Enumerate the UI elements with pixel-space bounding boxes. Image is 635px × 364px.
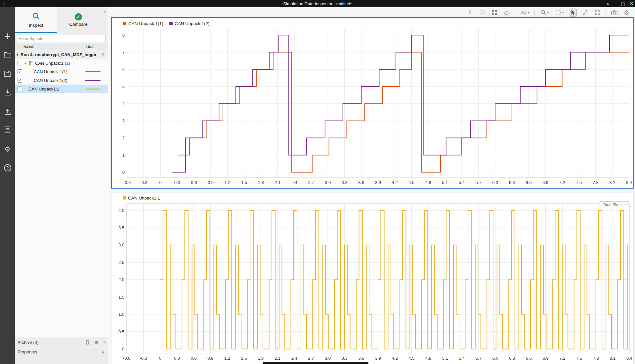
svg-text:8.1: 8.1 [610,356,615,361]
bottom-chart-canvas[interactable]: -0.6-0.300.30.60.91.21.51.82.12.42.73.03… [111,201,633,364]
signal-row[interactable]: ✓ CAN Unpack:1(2) [15,76,108,85]
svg-text:1.5: 1.5 [118,295,124,300]
fit-to-view-button[interactable] [593,9,601,17]
export-button[interactable] [3,107,12,117]
svg-text:5.7: 5.7 [476,180,482,185]
subplot-layout-button[interactable] [490,9,498,17]
attach-button[interactable] [466,9,474,17]
signal-count-link[interactable]: (2) [65,61,70,66]
svg-text:3.6: 3.6 [358,180,364,185]
svg-text:4.8: 4.8 [425,180,431,185]
legend-swatch [123,22,126,25]
line-swatch [85,89,101,90]
svg-text:0.3: 0.3 [174,180,180,185]
properties-collapse-icon[interactable]: ∧ [102,350,105,354]
time-plot-2[interactable]: CAN Unpack1:1 -0.6-0.300.30.60.91.21.51.… [111,193,634,364]
line-style-button[interactable]: ▾ [520,9,530,17]
time-plot-1[interactable]: CAN Unpack:1(1) CAN Unpack:1(2) -0.6-0.3… [111,17,634,189]
run-menu-icon[interactable]: ⋮ [101,52,105,57]
svg-text:2.1: 2.1 [275,180,280,185]
svg-text:6: 6 [122,67,125,72]
clear-subplots-button[interactable] [503,9,511,17]
select-region-button[interactable]: ▾ [554,9,565,17]
run-row[interactable]: ▾ Run 4: raspberrypi_CAN_MDF_loggin ⋮ [15,50,108,59]
trash-icon[interactable] [85,340,90,346]
filter-signals-input[interactable] [17,35,106,42]
archive-settings-icon[interactable]: ⚙ [94,340,99,345]
group-collapse-icon[interactable]: ▾ [25,61,29,65]
help-button[interactable]: ? [3,163,12,172]
signal-table-header: NAME LINE [15,44,108,50]
zoom-button[interactable]: ▾ [539,9,550,17]
svg-text:5.7: 5.7 [476,356,482,361]
svg-text:-0.3: -0.3 [140,356,147,361]
dropdown-caret-icon: ▾ [547,11,549,14]
preferences-button[interactable]: ⚙ [3,145,12,154]
checkbox-checked[interactable]: ✓ [18,78,22,83]
signal-label: CAN Unpack:1(1) [34,69,67,74]
properties-bar[interactable]: Properties ∧ [15,347,108,357]
folder-icon [4,52,12,58]
ellipsis-icon[interactable]: ⋯ [622,202,626,207]
svg-text:6.9: 6.9 [542,180,548,185]
plot-settings-button[interactable]: ⚙ [622,9,630,17]
svg-text:2.4: 2.4 [291,356,297,361]
svg-text:2.7: 2.7 [308,356,314,361]
signal-tree: ▾ Run 4: raspberrypi_CAN_MDF_loggin ⋮ ✓ … [15,50,108,338]
svg-text:0.5: 0.5 [118,329,124,334]
legend-label: CAN Unpack:1(1) [128,21,163,26]
signal-row-selected[interactable]: ✓ CAN Unpack1:1 [15,85,108,93]
layout-grid-icon [491,9,498,16]
pointer-tool-button[interactable] [569,9,577,17]
checkbox[interactable]: ✓ [18,61,22,65]
archive-count-link[interactable]: (3) [33,340,38,345]
archive-bar[interactable]: Archive (3) ⚙ ∧ [15,338,108,347]
svg-text:4.0: 4.0 [118,208,124,213]
import-icon [4,89,11,96]
svg-text:0.6: 0.6 [191,356,197,361]
svg-text:8.4: 8.4 [626,180,632,185]
legend: CAN Unpack1:1 [111,193,633,201]
archive-collapse-icon[interactable]: ∧ [103,340,106,345]
svg-text:6.0: 6.0 [492,180,498,185]
svg-text:0: 0 [122,346,124,351]
collapse-sidebar-button[interactable]: ‹ [104,9,106,15]
sidebar-footer [15,357,108,364]
save-button[interactable] [3,69,12,78]
eraser-icon [503,9,510,16]
svg-text:0: 0 [122,170,125,175]
tab-inspect[interactable]: Inspect [15,7,57,33]
expand-arrows-icon [582,9,588,16]
legend-item: CAN Unpack:1(2) [169,21,210,26]
legend-item: CAN Unpack:1(1) [123,21,163,26]
replay-button[interactable] [478,9,486,17]
signal-line-icon [521,10,527,15]
svg-text:5.1: 5.1 [442,356,448,361]
simulation-data-inspector-window: Simulation Data Inspector - untitled* ∧ … [0,0,635,364]
add-run-button[interactable]: + [3,31,12,41]
import-button[interactable] [3,88,12,97]
legend-label: CAN Unpack1:1 [128,196,160,200]
run-collapse-icon[interactable]: ▾ [17,53,21,56]
close-button[interactable]: × [629,1,634,7]
create-report-button[interactable] [3,125,12,134]
maximize-button[interactable]: □ [621,1,625,6]
top-chart-canvas[interactable]: -0.6-0.300.30.60.91.21.51.82.12.42.73.03… [112,27,633,188]
signal-group-row[interactable]: ✓ ▾ CAN Unpack:1 (2) [15,59,108,67]
svg-text:1.2: 1.2 [224,356,230,361]
open-button[interactable] [3,50,12,59]
minimize-button[interactable]: – [614,1,616,6]
svg-text:5.4: 5.4 [459,356,465,361]
signal-label: CAN Unpack:1(2) [34,78,67,83]
tab-compare[interactable]: ✓ Compare [57,7,100,33]
checkbox-checked[interactable]: ✓ [18,69,22,74]
signal-row[interactable]: ✓ CAN Unpack:1(1) [15,67,108,76]
snapshot-button[interactable] [610,9,618,17]
checkbox[interactable]: ✓ [18,87,22,91]
plot-type-label: Time Plot [603,202,619,207]
svg-text:0.3: 0.3 [174,356,180,361]
svg-text:2.5: 2.5 [118,260,124,265]
menu-chevron-icon[interactable]: ∧ [606,1,610,6]
expand-button[interactable] [581,9,589,17]
svg-text:7: 7 [122,50,125,55]
